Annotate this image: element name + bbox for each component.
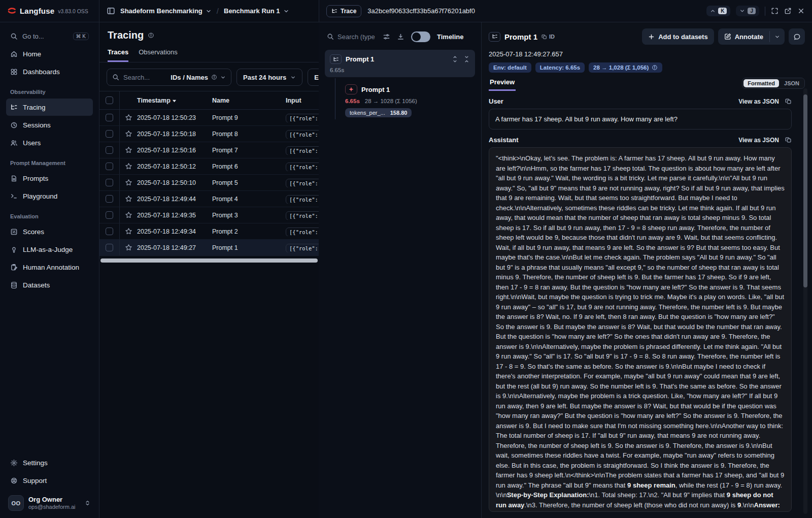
table-row[interactable]: 2025-07-18 12:50:23 Prompt 9 [{"role":"u… xyxy=(99,110,319,126)
star-icon[interactable] xyxy=(120,228,137,235)
env-filter[interactable]: Env xyxy=(308,69,319,86)
assistant-label: Assistant xyxy=(489,136,519,144)
sidebar-item-home[interactable]: Home xyxy=(6,45,93,62)
traces-search-input[interactable]: Search... IDs / Names xyxy=(107,69,231,86)
annotate-dropdown-button[interactable] xyxy=(770,28,785,45)
horizontal-scrollbar[interactable] xyxy=(100,258,318,263)
table-row[interactable]: 2025-07-18 12:50:18 Prompt 8 [{"role":"u… xyxy=(99,126,319,142)
sidebar-item-human-annotation[interactable]: Human Annotation xyxy=(6,258,93,276)
maximize-icon[interactable] xyxy=(771,7,779,15)
tab-observations[interactable]: Observations xyxy=(139,48,178,62)
table-row-selected[interactable]: 2025-07-18 12:49:27 Prompt 1 [{"role":"u… xyxy=(99,240,319,256)
format-json[interactable]: JSON xyxy=(780,79,803,87)
annotate-button[interactable]: Annotate xyxy=(718,28,769,45)
tree-node-trace-selected[interactable]: Prompt 1 6.65s xyxy=(325,50,475,77)
star-icon[interactable] xyxy=(120,163,137,170)
sidebar-item-llm-as-a-judge[interactable]: LLM-as-a-Judge xyxy=(6,241,93,258)
row-checkbox[interactable] xyxy=(106,244,113,251)
comments-button[interactable] xyxy=(789,28,805,45)
col-input[interactable]: Input xyxy=(286,97,319,104)
nav-down-button[interactable]: J xyxy=(736,6,759,16)
row-checkbox[interactable] xyxy=(106,228,113,235)
view-as-json-button[interactable]: View as JSON xyxy=(738,137,779,144)
row-checkbox[interactable] xyxy=(106,195,113,203)
row-checkbox[interactable] xyxy=(106,211,113,219)
star-icon[interactable] xyxy=(120,130,137,138)
section-evaluation: Evaluation xyxy=(10,213,89,219)
sidebar-item-prompts[interactable]: Prompts xyxy=(6,170,93,187)
tracing-page: Tracing Traces Observations Search... ID… xyxy=(99,22,319,518)
score-badge[interactable]: tokens_per_... 158.80 xyxy=(345,108,412,117)
star-icon[interactable] xyxy=(120,146,137,154)
langfuse-app: Langfuse v3.83.0 OSS Go to... ⌘ K Home D… xyxy=(0,0,812,518)
row-checkbox[interactable] xyxy=(106,179,113,186)
star-icon[interactable] xyxy=(120,195,137,203)
trace-type-badge: Trace xyxy=(326,5,361,17)
table-row[interactable]: 2025-07-18 12:50:12 Prompt 6 [{"role":"u… xyxy=(99,158,319,175)
copy-id-button[interactable]: ID xyxy=(542,34,555,40)
generation-latency: 6.65s xyxy=(345,98,360,104)
tab-preview[interactable]: Preview xyxy=(489,78,516,91)
sidebar-item-users[interactable]: Users xyxy=(6,134,93,151)
row-checkbox[interactable] xyxy=(106,146,113,154)
scrollbar-thumb[interactable] xyxy=(803,94,807,287)
add-to-datasets-button[interactable]: Add to datasets xyxy=(642,28,714,45)
view-as-json-button[interactable]: View as JSON xyxy=(738,98,779,105)
download-icon[interactable] xyxy=(397,33,404,41)
tree-search-input[interactable]: Search (type xyxy=(327,33,376,41)
token-usage-badge[interactable]: 28 → 1,028 (Σ 1,056) xyxy=(589,62,662,73)
sliders-icon[interactable] xyxy=(383,33,390,41)
sidebar-item-sessions[interactable]: Sessions xyxy=(6,116,93,134)
time-range-filter[interactable]: Past 24 hours xyxy=(236,69,302,86)
users-icon xyxy=(10,139,18,147)
row-checkbox[interactable] xyxy=(106,114,113,121)
nav-up-button[interactable]: K xyxy=(706,6,730,16)
sidebar-toggle-icon[interactable] xyxy=(107,7,115,15)
sidebar-item-dashboards[interactable]: Dashboards xyxy=(6,63,93,80)
sidebar-item-tracing[interactable]: Tracing xyxy=(6,99,93,116)
breadcrumb-project[interactable]: Benchmark Run 1 xyxy=(224,7,289,15)
row-checkbox[interactable] xyxy=(106,163,113,170)
tree-node-generation[interactable]: Prompt 1 6.65s 28 → 1028 (Σ 1056) tokens… xyxy=(332,84,475,117)
search-scope-select[interactable]: IDs / Names xyxy=(171,74,226,81)
fold-vertical-icon[interactable] xyxy=(463,56,470,62)
table-row[interactable]: 2025-07-18 12:50:10 Prompt 5 [{"role":"u… xyxy=(99,175,319,191)
star-icon[interactable] xyxy=(120,179,137,186)
latency-badge[interactable]: Latency: 6.65s xyxy=(535,62,585,73)
table-row[interactable]: 2025-07-18 12:49:44 Prompt 4 [{"role":"u… xyxy=(99,191,319,207)
table-row[interactable]: 2025-07-18 12:49:35 Prompt 3 [{"role":"u… xyxy=(99,207,319,223)
account-meta: Org Owner ops@shadeform.ai xyxy=(28,496,76,511)
star-icon[interactable] xyxy=(120,244,137,251)
copy-icon[interactable] xyxy=(785,137,792,143)
env-badge[interactable]: Env: default xyxy=(489,62,531,73)
sidebar-item-datasets[interactable]: Datasets xyxy=(6,276,93,294)
col-timestamp[interactable]: Timestamp xyxy=(137,97,212,104)
vertical-scrollbar[interactable] xyxy=(803,88,807,514)
star-icon[interactable] xyxy=(120,114,137,121)
goto-search[interactable]: Go to... ⌘ K xyxy=(6,27,93,45)
copy-icon[interactable] xyxy=(785,98,792,105)
sidebar-item-settings[interactable]: Settings xyxy=(6,454,93,471)
goto-label: Go to... xyxy=(22,33,44,40)
breadcrumb-org[interactable]: Shadeform Benchmarking xyxy=(120,7,212,15)
row-timestamp: 2025-07-18 12:50:16 xyxy=(137,147,212,154)
row-timestamp: 2025-07-18 12:49:27 xyxy=(137,244,212,251)
open-external-icon[interactable] xyxy=(784,7,792,15)
account-switcher[interactable]: OO Org Owner ops@shadeform.ai xyxy=(6,495,93,511)
close-icon[interactable] xyxy=(797,7,805,15)
info-icon xyxy=(148,32,154,39)
row-checkbox[interactable] xyxy=(106,130,113,138)
sidebar-item-scores[interactable]: Scores xyxy=(6,223,93,240)
table-row[interactable]: 2025-07-18 12:49:34 Prompt 2 [{"role":"u… xyxy=(99,223,319,240)
table-row[interactable]: 2025-07-18 12:50:16 Prompt 7 [{"role":"u… xyxy=(99,142,319,158)
select-all-checkbox[interactable] xyxy=(106,96,113,104)
col-name[interactable]: Name xyxy=(212,97,286,104)
sidebar-item-playground[interactable]: Playground xyxy=(6,187,93,205)
assistant-text-bold: 9 sheep remain xyxy=(627,481,675,489)
sidebar-item-support[interactable]: Support xyxy=(6,472,93,489)
tab-traces[interactable]: Traces xyxy=(108,48,128,62)
star-icon[interactable] xyxy=(120,211,137,219)
timeline-toggle[interactable] xyxy=(411,31,430,42)
unfold-vertical-icon[interactable] xyxy=(452,56,458,62)
format-formatted[interactable]: Formatted xyxy=(743,79,779,87)
